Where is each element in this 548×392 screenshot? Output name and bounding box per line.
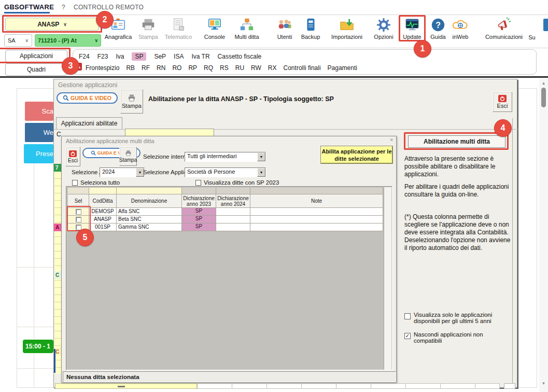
toolbar-telematico[interactable]: Telematico xyxy=(162,17,195,40)
toolbar-inweb[interactable]: inWeb xyxy=(444,17,477,40)
menu-controllo-remoto[interactable]: CONTROLLO REMOTO xyxy=(74,4,144,11)
tab-cassetto-fiscale[interactable]: Cassetto fiscale xyxy=(218,53,262,60)
header-codditta[interactable]: CodDitta xyxy=(89,194,117,208)
checkbox-visualizza-5-anni[interactable]: Visualizza solo le applicazioni disponib… xyxy=(404,312,512,324)
table-header-row: Sel CodDitta Denominazione Dichiarazione… xyxy=(68,194,383,208)
tab-applicazioni-abilitate[interactable]: Applicazioni abilitate xyxy=(56,117,122,129)
tab-rb[interactable]: RB xyxy=(126,64,135,72)
activity-select[interactable]: 711210 - (P) At ∨ xyxy=(35,34,101,47)
power-icon xyxy=(69,150,77,157)
bottom-row-endbox xyxy=(504,383,515,389)
header-dichiarazione-2023[interactable]: Dichiarazione anno 2023 xyxy=(182,194,216,208)
tab-ro[interactable]: RO xyxy=(172,64,181,72)
tab-frontespizio[interactable]: Frontespizio xyxy=(86,64,119,72)
power-icon xyxy=(498,95,507,102)
toolbar-multi-ditta[interactable]: Multi ditta xyxy=(230,17,263,40)
calendar-grid-hline xyxy=(17,368,53,369)
tab-isa[interactable]: ISA xyxy=(174,53,184,60)
toolbar-importazioni[interactable]: Importazioni xyxy=(330,17,363,40)
combo-arrow-icon[interactable]: ▼ xyxy=(257,152,265,161)
app-marker-c1: C xyxy=(54,271,61,279)
applicazione-select[interactable]: Società di Persone ▼ xyxy=(185,167,266,177)
stampa-button[interactable]: Stampa xyxy=(119,147,137,166)
tab-controlli-finali[interactable]: Controlli finali xyxy=(284,64,321,72)
table-row[interactable]: ANASP Beta SNC SP xyxy=(68,216,383,223)
app-marker-7: 7 xyxy=(54,164,61,172)
tab-baseline xyxy=(54,129,518,130)
tab-rp[interactable]: RP xyxy=(188,64,197,72)
tab-sp-active[interactable]: SP xyxy=(132,52,146,61)
nav-quadri-button[interactable]: Quadri xyxy=(5,63,67,76)
tab-ivatr[interactable]: Iva TR xyxy=(191,53,209,60)
tab-rq[interactable]: RQ xyxy=(204,64,213,72)
close-icon[interactable]: ✕ xyxy=(389,137,394,143)
tab-rn[interactable]: RN xyxy=(157,64,165,72)
toolbar-comunicazioni[interactable]: Comunicazioni xyxy=(481,17,527,40)
type-code-value: SA xyxy=(8,37,16,44)
app-brand[interactable]: GBSOFTWARE xyxy=(4,3,54,11)
checkbox-checked-icon[interactable]: ✓ xyxy=(404,333,411,339)
tab-rf[interactable]: RF xyxy=(142,64,150,72)
annotation-rect-sel-column xyxy=(67,206,91,231)
panel-right-border xyxy=(512,118,513,385)
background-button-sca[interactable]: Sca xyxy=(25,102,53,121)
table-row[interactable]: DEMOSP Alfa SNC SP xyxy=(68,208,383,216)
header-denominazione[interactable]: Denominazione xyxy=(117,194,182,208)
folder-import-icon xyxy=(339,17,355,33)
calendar-grid-hline xyxy=(17,267,53,268)
callout-4: 4 xyxy=(494,119,512,137)
toolbar-stampa[interactable]: Stampa xyxy=(132,17,165,40)
checkbox-icon[interactable] xyxy=(404,313,411,319)
tab-ru[interactable]: RU xyxy=(235,64,244,72)
guida-e-video-button[interactable]: GUIDA E VIDEO xyxy=(57,92,118,104)
toolbar-console[interactable]: Console xyxy=(198,17,231,40)
annotation-rect-multi-ditta xyxy=(404,132,509,150)
search-label-fragment: C xyxy=(57,131,61,138)
background-button-prese[interactable]: Prese xyxy=(24,144,53,163)
cut-icon xyxy=(543,19,548,31)
tab-pagamenti[interactable]: Pagamenti xyxy=(328,64,357,72)
annotation-rect-update xyxy=(399,15,426,41)
megaphone-icon xyxy=(496,17,512,33)
svg-text:?: ? xyxy=(435,21,441,30)
table-scrollbar[interactable] xyxy=(384,187,391,370)
tab-rx[interactable]: RX xyxy=(268,64,277,72)
anno-select[interactable]: 2024 ▼ xyxy=(100,167,145,177)
checkbox-seleziona-tutto[interactable]: Seleziona tutto xyxy=(72,179,120,186)
background-button-we[interactable]: We xyxy=(25,123,53,142)
abilita-applicazione-button[interactable]: Abilita applicazione per le ditte selezi… xyxy=(321,146,392,163)
tab-f23[interactable]: F23 xyxy=(97,53,108,60)
scroll-up-icon[interactable]: ▲ xyxy=(539,81,548,86)
scrollbar-thumb[interactable] xyxy=(541,88,546,107)
toolbar-backup[interactable]: Backup xyxy=(294,17,327,40)
scroll-down-icon[interactable]: ▼ xyxy=(539,381,548,386)
users-icon xyxy=(277,17,292,33)
header-dichiarazione-2024[interactable]: Dichiarazione anno 2024 xyxy=(216,194,250,208)
toolbar-su-cut[interactable]: Su xyxy=(522,17,542,40)
calendar-event-time[interactable]: 15:00 - 1 xyxy=(23,340,53,353)
monitor-icon xyxy=(207,17,222,33)
tab-sep[interactable]: SeP xyxy=(154,53,166,60)
header-note[interactable]: Note xyxy=(250,194,383,208)
type-code-select[interactable]: SA ∨ xyxy=(4,34,32,47)
esci-button[interactable]: Esci xyxy=(65,147,80,166)
filter-row[interactable] xyxy=(68,188,383,194)
toolbar-divider xyxy=(0,48,548,48)
combo-arrow-icon[interactable]: ▼ xyxy=(257,168,265,177)
checkbox-icon[interactable] xyxy=(72,180,78,186)
screen: GBSOFTWARE ? CONTROLLO REMOTO ANASP ∨ 2 … xyxy=(0,0,548,392)
tab-rs[interactable]: RS xyxy=(220,64,229,72)
search-icon xyxy=(91,150,96,156)
tab-iva[interactable]: Iva xyxy=(116,53,124,60)
checkbox-visualizza-sp2023[interactable]: Visualizza ditte con SP 2023 xyxy=(195,179,279,186)
tab-rw[interactable]: RW xyxy=(251,64,261,72)
table-row[interactable]: 001SP Gamma SNC SP xyxy=(68,223,383,231)
tab-f24[interactable]: F24 xyxy=(79,53,90,60)
checkbox-icon[interactable] xyxy=(195,180,201,186)
stampa-button[interactable]: Stampa xyxy=(120,89,143,114)
checkbox-nascondi-non-compatibili[interactable]: ✓ Nascondi applicazioni non compatibili xyxy=(404,331,512,344)
page-scrollbar[interactable]: ▲ ▼ xyxy=(539,79,548,392)
intermediario-select[interactable]: Tutti gli intermediari ▼ xyxy=(185,152,266,162)
menu-help[interactable]: ? xyxy=(62,4,65,11)
esci-button[interactable]: Esci xyxy=(493,92,512,112)
